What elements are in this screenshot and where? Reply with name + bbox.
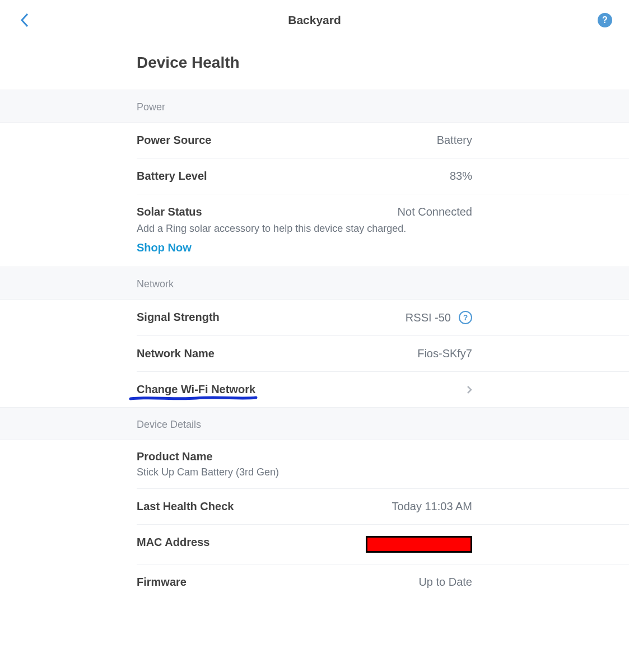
row-change-wifi[interactable]: Change Wi-Fi Network — [137, 372, 629, 407]
label-power-source: Power Source — [137, 134, 211, 147]
header-bar: Backyard ? — [0, 0, 629, 40]
value-power-source: Battery — [437, 134, 472, 147]
row-firmware: Firmware Up to Date — [137, 564, 629, 600]
value-last-health-check: Today 11:03 AM — [392, 500, 472, 513]
question-mark-icon: ? — [463, 313, 468, 322]
row-last-health-check: Last Health Check Today 11:03 AM — [137, 489, 629, 525]
label-mac-address: MAC Address — [137, 536, 209, 549]
hand-drawn-underline — [129, 395, 258, 403]
question-mark-icon: ? — [602, 15, 608, 25]
back-button[interactable] — [17, 12, 32, 28]
page-title: Device Health — [0, 40, 629, 90]
row-solar-status: Solar Status Not Connected Add a Ring so… — [137, 194, 629, 267]
value-network-name: Fios-SKfy7 — [417, 347, 472, 360]
help-button[interactable]: ? — [598, 13, 612, 27]
section-header-device-details: Device Details — [0, 407, 629, 440]
value-mac-address-redacted — [366, 536, 472, 553]
section-content-device-details: Product Name Stick Up Cam Battery (3rd G… — [0, 440, 629, 600]
value-firmware: Up to Date — [418, 576, 472, 589]
label-signal-strength: Signal Strength — [137, 311, 220, 324]
label-network-name: Network Name — [137, 347, 215, 360]
row-network-name: Network Name Fios-SKfy7 — [137, 336, 629, 372]
section-header-power: Power — [0, 90, 629, 123]
chevron-left-icon — [20, 12, 30, 28]
row-product-name: Product Name Stick Up Cam Battery (3rd G… — [137, 440, 629, 489]
desc-solar-status: Add a Ring solar accessory to help this … — [137, 223, 472, 235]
label-battery-level: Battery Level — [137, 170, 207, 183]
row-mac-address: MAC Address — [137, 525, 629, 564]
value-product-name: Stick Up Cam Battery (3rd Gen) — [137, 466, 472, 478]
section-content-power: Power Source Battery Battery Level 83% S… — [0, 123, 629, 267]
value-battery-level: 83% — [450, 170, 472, 183]
row-power-source: Power Source Battery — [137, 123, 629, 158]
row-battery-level: Battery Level 83% — [137, 158, 629, 194]
header-title: Backyard — [288, 13, 341, 27]
section-header-network: Network — [0, 267, 629, 300]
label-change-wifi: Change Wi-Fi Network — [137, 383, 255, 396]
shop-now-link[interactable]: Shop Now — [137, 241, 192, 254]
label-product-name: Product Name — [137, 450, 472, 463]
chevron-right-icon — [467, 385, 472, 394]
label-last-health-check: Last Health Check — [137, 500, 234, 513]
label-firmware: Firmware — [137, 576, 187, 589]
info-button-signal[interactable]: ? — [459, 311, 472, 324]
value-solar-status: Not Connected — [398, 206, 472, 218]
row-signal-strength: Signal Strength RSSI -50 ? — [137, 300, 629, 336]
section-content-network: Signal Strength RSSI -50 ? Network Name … — [0, 300, 629, 407]
value-signal-strength: RSSI -50 — [406, 311, 451, 324]
label-solar-status: Solar Status — [137, 206, 202, 218]
